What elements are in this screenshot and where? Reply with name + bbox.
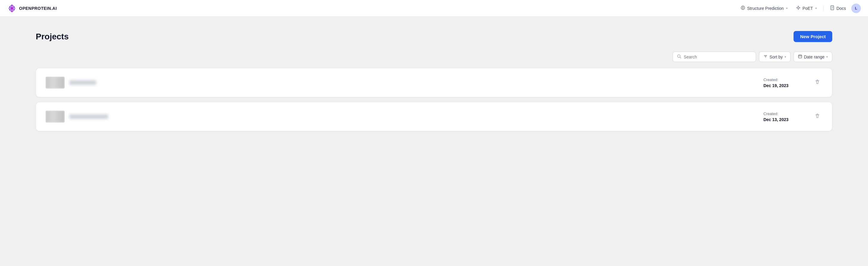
project-card-1: Created: Dec 19, 2023 <box>36 68 832 97</box>
search-icon <box>677 54 681 59</box>
project-card-1-right <box>812 77 823 89</box>
project-2-name-blurred <box>45 111 65 123</box>
svg-point-6 <box>13 9 14 10</box>
user-avatar[interactable]: L <box>851 4 861 13</box>
logo-icon <box>7 4 17 13</box>
page-title: Projects <box>36 32 69 41</box>
project-1-meta: Created: Dec 19, 2023 <box>764 78 788 88</box>
date-range-arrow: ▾ <box>826 55 828 58</box>
svg-point-3 <box>11 7 13 9</box>
project-1-thumbnail <box>45 77 65 89</box>
project-card-2-left <box>45 111 108 123</box>
project-card-2: Created: Dec 13, 2023 <box>36 102 832 131</box>
sort-by-button[interactable]: Sort by ▾ <box>759 52 790 62</box>
project-1-date: Dec 19, 2023 <box>764 83 788 88</box>
date-range-label: Date range <box>804 55 825 59</box>
nav-docs[interactable]: Docs <box>827 4 849 13</box>
poet-arrow: ▾ <box>815 6 817 10</box>
project-1-delete-button[interactable] <box>812 77 823 89</box>
docs-label: Docs <box>836 6 846 11</box>
svg-line-22 <box>680 57 681 58</box>
structure-prediction-label: Structure Prediction <box>747 6 784 11</box>
page-header: Projects New Project <box>36 31 832 42</box>
svg-point-9 <box>9 6 10 7</box>
project-1-created-label: Created: <box>764 78 788 82</box>
nav-divider <box>823 5 824 11</box>
project-2-thumbnail <box>45 111 65 123</box>
projects-list: Created: Dec 19, 2023 <box>36 68 832 131</box>
svg-point-12 <box>797 7 799 9</box>
svg-point-8 <box>9 9 10 10</box>
project-1-name <box>69 80 96 85</box>
svg-rect-26 <box>798 55 802 58</box>
poet-icon <box>796 5 801 11</box>
project-card-1-center: Created: Dec 19, 2023 <box>96 78 812 88</box>
navbar-right: Structure Prediction ▾ PoET ▾ <box>738 4 861 13</box>
svg-point-4 <box>11 5 12 6</box>
nav-poet[interactable]: PoET ▾ <box>793 4 820 13</box>
svg-point-5 <box>13 6 14 7</box>
brand-name: OPENPROTEIN.AI <box>19 6 57 11</box>
project-2-created-label: Created: <box>764 112 788 116</box>
structure-prediction-icon <box>741 5 745 11</box>
calendar-icon <box>798 54 802 59</box>
nav-structure-prediction[interactable]: Structure Prediction ▾ <box>738 4 790 13</box>
sort-by-label: Sort by <box>769 55 782 59</box>
search-box <box>673 52 756 62</box>
search-input[interactable] <box>684 55 751 59</box>
sort-icon <box>764 54 768 59</box>
project-card-2-right <box>812 111 823 123</box>
project-2-date: Dec 13, 2023 <box>764 117 788 122</box>
project-2-delete-button[interactable] <box>812 111 823 123</box>
project-2-name <box>69 114 108 119</box>
date-range-button[interactable]: Date range ▾ <box>794 52 832 62</box>
sort-by-arrow: ▾ <box>784 55 786 58</box>
project-1-name-blurred <box>45 77 65 89</box>
poet-label: PoET <box>803 6 813 11</box>
main-content: Projects New Project Sort by <box>0 17 868 266</box>
filters-row: Sort by ▾ Date range ▾ <box>36 52 832 62</box>
svg-point-7 <box>11 10 12 11</box>
avatar-initial: L <box>855 6 857 10</box>
project-2-meta: Created: Dec 13, 2023 <box>764 112 788 122</box>
trash-icon <box>815 113 820 119</box>
project-card-2-center: Created: Dec 13, 2023 <box>108 112 812 122</box>
docs-icon <box>830 5 835 11</box>
project-card-1-left <box>45 77 96 89</box>
brand-area: OPENPROTEIN.AI <box>7 4 57 13</box>
structure-prediction-arrow: ▾ <box>786 6 787 10</box>
navbar: OPENPROTEIN.AI Structure Prediction ▾ <box>0 0 868 17</box>
new-project-button[interactable]: New Project <box>794 31 832 42</box>
trash-icon <box>815 79 820 85</box>
